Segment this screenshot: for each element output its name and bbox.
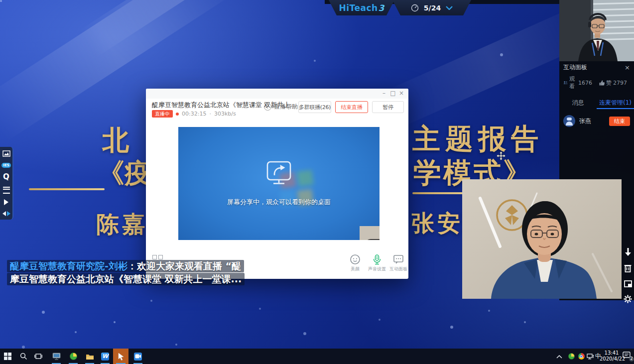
viewers-stat: 观看 1676 [563, 75, 592, 90]
end-mic-button[interactable]: 结束 [609, 117, 630, 126]
start-button[interactable] [0, 349, 15, 364]
maximize-icon[interactable]: □ [389, 90, 396, 97]
computer-icon [52, 353, 61, 360]
timer-icon[interactable] [411, 4, 419, 12]
slide-text-title: 主题报告 [412, 121, 544, 158]
page-navigator-tab[interactable]: 5/24 [392, 0, 471, 15]
microphone-icon [372, 254, 382, 265]
ies-cloud-icon[interactable]: IES [1, 163, 10, 168]
streaming-app-window: – □ × 醍摩豆智慧教育公益北京站《智慧课堂 双新共上... 直播中 00:3… [146, 89, 408, 279]
slide-divider-right [412, 192, 470, 194]
slide-text-left-1: 北 [102, 122, 129, 159]
screen: 北 主题报告 《疫 学模式》 陈嘉熙 张安琪 HiTeach3 5/24 IES… [0, 0, 634, 364]
sound-settings-button[interactable]: 声音设置 [366, 254, 388, 272]
notification-center-button[interactable]: 2 [623, 352, 633, 361]
tab-mic-manage[interactable]: 连麦管理(1) [597, 96, 634, 109]
interactive-panel-button[interactable]: 互动面板 [388, 254, 408, 272]
tab-messages[interactable]: 消息 [559, 96, 597, 109]
slide-text-left-2: 《疫 [98, 155, 151, 192]
download-arrow-icon[interactable] [624, 247, 632, 256]
slide-divider-left [29, 188, 105, 190]
particle-dots [0, 0, 2, 2]
bitrate: 303kb/s [214, 111, 236, 117]
cursor-arrow-icon [117, 353, 125, 361]
folder-icon [86, 353, 94, 360]
chevron-up-icon [556, 355, 562, 359]
question-tool-icon[interactable]: Q [3, 173, 9, 181]
taskbar-app-wps[interactable]: W [98, 349, 113, 364]
chat-message-part1: ：欢迎大家来观看直播 “醍 [127, 260, 241, 271]
taskbar-app-stream[interactable] [130, 349, 145, 364]
image-tool-icon[interactable] [2, 150, 10, 157]
viewers-count: 1676 [578, 80, 592, 86]
windows-logo-green [297, 170, 314, 187]
move-cursor-icon [496, 151, 506, 161]
close-icon[interactable]: × [398, 90, 405, 97]
end-live-button[interactable]: 结束直播 [335, 101, 368, 113]
clock-time: 13:41 [600, 350, 624, 356]
screen-share-icon [265, 159, 293, 187]
multicast-button[interactable]: 多群联播(26) [298, 101, 331, 113]
minimize-icon[interactable]: – [380, 90, 387, 97]
member-name: 张燕 [579, 117, 605, 125]
chat-message-part2: 摩豆智慧教育公益北京站《智慧课堂 双新共上一堂课... [10, 273, 242, 284]
window-titlebar[interactable]: – □ × [146, 89, 408, 99]
live-help-link[interactable]: ? 直播帮助 [264, 103, 298, 111]
female-mini-video [360, 226, 380, 240]
layout-grid-icon[interactable] [152, 255, 163, 259]
viewers-icon [563, 80, 568, 85]
camera-app-icon [134, 353, 142, 361]
mic-link-mini-video[interactable]: 切换连麦窗口为大屏 收起小窗 [360, 226, 380, 240]
settings-gear-icon[interactable] [624, 295, 632, 303]
clock-date: 2020/4/22 [600, 356, 624, 362]
avatar [563, 115, 575, 127]
search-icon [20, 353, 27, 360]
panel-header: 互动面板 × [559, 61, 634, 73]
elapsed-time: 00:32:15 [182, 111, 206, 117]
likes-stat: 赞 2797 [599, 79, 627, 87]
green-app-icon [70, 353, 77, 360]
screen-share-preview: 屏幕分享中，观众可以看到你的桌面 [178, 127, 380, 240]
play-icon[interactable] [4, 199, 8, 205]
beauty-filter-button[interactable]: 美颜 [344, 254, 366, 272]
page-arrows-icon[interactable] [2, 211, 10, 216]
help-icon[interactable]: ? [264, 103, 271, 111]
taskbar-app-hiteach-active[interactable] [113, 349, 128, 364]
live-status-row: 直播中 00:32:15 · 303kb/s [152, 110, 236, 118]
page-indicator[interactable]: 5/24 [424, 4, 441, 12]
hiteach-logo: HiTeach3 [339, 3, 384, 13]
mic-member-row: 张燕 结束 [559, 109, 634, 133]
taskbar-app-folder[interactable] [82, 349, 97, 364]
chevron-down-icon[interactable] [446, 6, 453, 10]
search-button[interactable] [16, 349, 31, 364]
chat-line-2: 摩豆智慧教育公益北京站《智慧课堂 双新共上一堂课... [7, 273, 245, 285]
taskbar-app-green[interactable] [66, 349, 81, 364]
right-tool-strip [622, 247, 634, 303]
screen-share-message: 屏幕分享中，观众可以看到你的桌面 [178, 198, 380, 207]
hiteach-side-toolbar: IES Q [0, 147, 13, 220]
windows-taskbar: W [0, 349, 634, 364]
chat-bubble-icon [393, 254, 404, 265]
panel-stats: 观看 1676 赞 2797 [559, 73, 634, 90]
taskbar-app-pc-manager[interactable] [49, 349, 64, 364]
pause-button[interactable]: 暂停 [372, 101, 404, 113]
trash-icon[interactable] [624, 264, 632, 272]
chat-message-overlay: 醍摩豆智慧教育研究院-刘彬：欢迎大家来观看直播 “醍 摩豆智慧教育公益北京站《智… [7, 260, 245, 286]
task-view-button[interactable] [31, 349, 46, 364]
hiteach-logo-tab: HiTeach3 [329, 0, 394, 15]
windows-start-icon [4, 353, 11, 360]
webcam-presenter-female[interactable] [462, 179, 622, 299]
chat-sender: 醍摩豆智慧教育研究院-刘彬 [10, 260, 127, 271]
panel-title: 互动面板 [563, 63, 625, 72]
taskbar-clock[interactable]: 13:41 2020/4/22 [600, 350, 624, 362]
menu-icon[interactable] [3, 187, 10, 194]
notification-badge: 2 [629, 357, 634, 362]
thumbs-up-icon [599, 80, 605, 86]
panel-tabs: 消息 连麦管理(1) [559, 96, 634, 109]
close-icon[interactable]: × [625, 64, 630, 71]
wps-icon: W [101, 353, 109, 361]
webcam-presenter-male[interactable] [559, 0, 634, 61]
smiley-icon [350, 254, 361, 265]
screen-switch-icon[interactable] [624, 280, 632, 287]
likes-count: 2797 [613, 80, 627, 86]
